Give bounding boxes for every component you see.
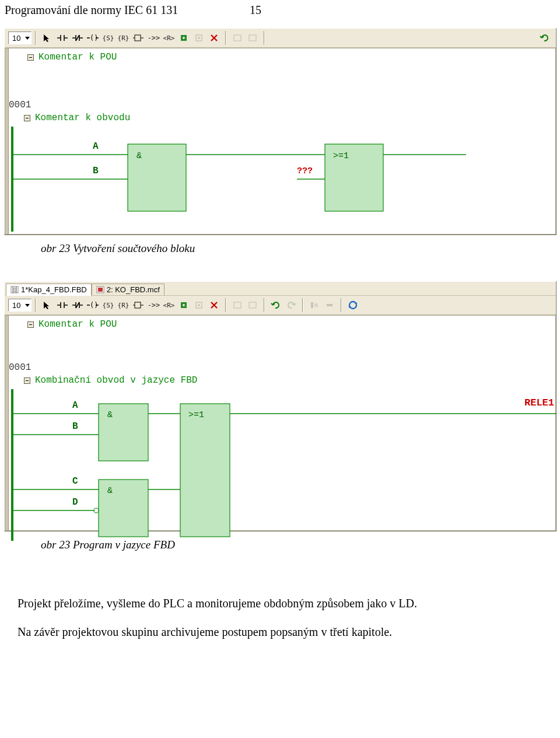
svg-text:(): () (90, 34, 98, 42)
paragraph-2: Na závěr projektovou skupinu archivujeme… (18, 624, 542, 640)
undo-icon[interactable] (537, 31, 552, 45)
tab-bar: 1*Kap_4_FBD.FBD 2: KO_FBD.mcf (5, 282, 556, 295)
tab-file-fbd[interactable]: 1*Kap_4_FBD.FBD (6, 284, 92, 296)
pou-comment-row: Komentar k POU (27, 319, 555, 330)
contact-nc-icon[interactable] (70, 31, 85, 45)
box-icon[interactable] (131, 31, 146, 45)
var-d-label: D (72, 497, 78, 508)
pointer-icon[interactable] (40, 31, 55, 45)
zoom-select[interactable]: 10 (8, 32, 32, 44)
zoom-select[interactable]: 10 (8, 299, 32, 312)
svg-rect-17 (98, 288, 103, 292)
svg-rect-19 (135, 302, 141, 308)
block-new-icon[interactable] (176, 298, 191, 312)
collapse-button[interactable] (24, 377, 30, 384)
svg-rect-25 (314, 303, 318, 307)
box-icon[interactable] (131, 298, 146, 312)
pou-comment: Komentar k POU (38, 319, 117, 330)
svg-text:(): () (90, 301, 98, 309)
undo-icon[interactable] (268, 298, 284, 312)
separator (35, 31, 36, 45)
align-middle-icon[interactable] (322, 298, 337, 312)
body-text: Projekt přeložíme, vyšleme do PLC a moni… (0, 575, 560, 656)
return-icon[interactable]: <R> (161, 31, 176, 45)
doc-title: Programování dle normy IEC 61 131 (5, 4, 250, 17)
collapse-button[interactable] (27, 321, 34, 328)
reset-coil-icon[interactable]: {R} (116, 298, 131, 312)
coil-icon[interactable]: () (85, 31, 100, 45)
block-insert-icon[interactable] (191, 298, 206, 312)
block-or-label: >=1 (333, 151, 349, 161)
block-or-label: >=1 (188, 410, 204, 420)
toolbar: 10 () {S} {R} ->> <R> (5, 295, 556, 315)
rung-number: 0001 (9, 362, 555, 373)
svg-rect-22 (234, 302, 241, 308)
separator (225, 298, 226, 312)
figure-1: 10 () {S} {R} ->> <R> Komentar k POU 000… (0, 25, 560, 236)
svg-rect-5 (249, 35, 256, 41)
block-and-label: & (136, 151, 142, 161)
align-left-icon[interactable] (307, 298, 322, 312)
svg-rect-29 (99, 404, 148, 461)
fbd-canvas[interactable]: Komentar k POU 0001 Komentar k obvodu & … (5, 48, 556, 235)
page-header: Programování dle normy IEC 61 131 15 (0, 0, 560, 25)
fbd-diagram: & A B >=1 ??? (5, 127, 559, 232)
var-b-label: B (93, 166, 99, 176)
contact-no-icon[interactable] (55, 298, 70, 312)
tab-file-mcf[interactable]: 2: KO_FBD.mcf (92, 284, 164, 295)
collapse-button[interactable] (24, 115, 30, 121)
tool-extra-b-icon[interactable] (245, 298, 260, 312)
tool-extra-a-icon[interactable] (230, 298, 245, 312)
pointer-icon[interactable] (40, 298, 55, 312)
return-icon[interactable]: <R> (161, 298, 176, 312)
toolbar: 10 () {S} {R} ->> <R> (5, 29, 556, 48)
separator (341, 298, 342, 312)
svg-rect-36 (180, 404, 230, 537)
contact-nc-icon[interactable] (70, 298, 85, 312)
rung-comment-row: Kombinační obvod v jazyce FBD (24, 375, 555, 386)
block-delete-icon[interactable] (206, 298, 222, 312)
ladder-file-icon (10, 286, 19, 293)
pou-comment: Komentar k POU (38, 52, 117, 62)
fbd-editor-1: 10 () {S} {R} ->> <R> Komentar k POU 000… (4, 27, 556, 235)
paragraph-1: Projekt přeložíme, vyšleme do PLC a moni… (18, 596, 542, 611)
page-number: 15 (250, 4, 261, 17)
config-file-icon (96, 286, 104, 293)
separator (225, 31, 226, 45)
collapse-button[interactable] (27, 54, 34, 61)
rung-number: 0001 (9, 100, 555, 110)
jump-icon[interactable]: ->> (146, 298, 161, 312)
chevron-down-icon (25, 304, 30, 307)
set-coil-icon[interactable]: {S} (100, 298, 116, 312)
svg-rect-4 (234, 35, 241, 41)
figure-1-caption: obr 23 Vytvoření součtového bloku (0, 236, 560, 278)
jump-icon[interactable]: ->> (146, 31, 161, 45)
redo-icon[interactable] (284, 298, 299, 312)
rebuild-icon[interactable] (345, 298, 360, 312)
contact-no-icon[interactable] (55, 31, 70, 45)
block-new-icon[interactable] (176, 31, 191, 45)
zoom-value: 10 (12, 301, 20, 310)
set-coil-icon[interactable]: {S} (100, 31, 116, 45)
separator (302, 298, 303, 312)
fbd-canvas[interactable]: Komentar k POU 0001 Kombinační obvod v j… (5, 315, 556, 531)
svg-rect-1 (135, 35, 141, 41)
block-insert-icon[interactable] (191, 31, 206, 45)
rung-comment: Kombinační obvod v jazyce FBD (35, 375, 197, 386)
chevron-down-icon (25, 37, 30, 40)
tool-extra-b-icon[interactable] (245, 31, 260, 45)
block-delete-icon[interactable] (206, 31, 222, 45)
tool-extra-a-icon[interactable] (230, 31, 245, 45)
fbd-diagram: & A B & C D >=1 RELE1 (5, 389, 559, 541)
reset-coil-icon[interactable]: {R} (116, 31, 131, 45)
tab-label: 1*Kap_4_FBD.FBD (21, 285, 87, 294)
separator (35, 298, 36, 312)
rung-comment: Komentar k obvodu (35, 113, 130, 123)
missing-input: ??? (297, 166, 313, 176)
coil-icon[interactable]: () (85, 298, 100, 312)
block-and-2-label: & (107, 486, 113, 496)
var-a-label: A (72, 400, 78, 411)
gutter (5, 48, 9, 234)
var-c-label: C (72, 476, 78, 487)
svg-rect-23 (249, 302, 256, 308)
